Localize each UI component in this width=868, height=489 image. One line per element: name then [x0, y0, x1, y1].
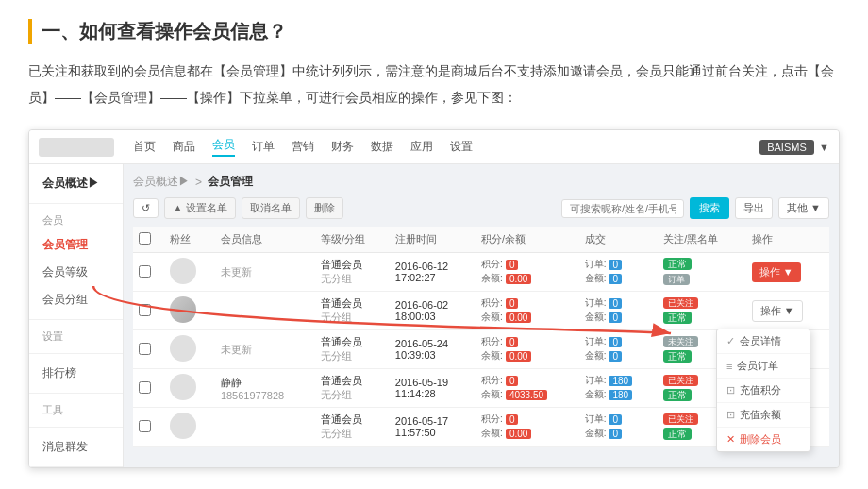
order-amount-row: 金额: 0	[585, 272, 653, 285]
cell-checkbox	[133, 369, 164, 408]
col-score-balance: 积分/余额	[476, 227, 579, 253]
export-button[interactable]: 导出	[735, 197, 773, 219]
check-icon: ✓	[726, 335, 735, 347]
sidebar-section-message: 消息群发	[29, 428, 123, 467]
reg-date: 2016-05-19	[395, 377, 470, 388]
amount-value: 0	[609, 312, 622, 323]
breadcrumb-current: 会员管理	[208, 174, 253, 190]
score-label: 积分:	[481, 413, 503, 426]
search-input[interactable]	[561, 199, 684, 218]
cell-follow: 已关注 正常	[658, 292, 746, 330]
amount-label: 金额:	[585, 388, 607, 401]
member-name: 未更新	[221, 344, 252, 355]
nav-finance[interactable]: 财务	[331, 139, 354, 155]
nav-items: 首页 商品 会员 订单 营销 财务 数据 应用 设置	[133, 137, 473, 157]
cell-score: 积分: 0 余额: 0.00	[476, 292, 579, 330]
nav-order[interactable]: 订单	[252, 139, 275, 155]
cell-score: 积分: 0 余额: 0.00	[476, 330, 579, 369]
reg-date: 2016-05-24	[395, 338, 470, 349]
member-name: 静静	[221, 376, 309, 390]
baisms-label[interactable]: BAISMS	[760, 140, 814, 155]
member-phone: 18561977828	[221, 390, 309, 401]
dropdown-item-recharge-score[interactable]: ⊡ 充值积分	[717, 379, 810, 403]
select-all-checkbox[interactable]	[139, 232, 151, 244]
row-checkbox[interactable]	[139, 304, 151, 316]
sidebar-section-tools: 工具	[29, 394, 123, 428]
cancel-list-button[interactable]: 取消名单	[242, 197, 300, 219]
cell-score: 积分: 0 余额: 4033.50	[476, 369, 579, 408]
top-nav: 首页 商品 会员 订单 营销 财务 数据 应用 设置 BAISMS ▼	[29, 130, 839, 164]
refresh-button[interactable]: ↺	[133, 198, 159, 218]
sidebar-item-member-group[interactable]: 会员分组	[29, 286, 123, 313]
reg-clock: 11:14:28	[395, 388, 470, 399]
row-checkbox[interactable]	[139, 343, 151, 355]
col-follow: 关注/黑名单	[658, 227, 746, 253]
amount-value: 0	[609, 429, 622, 439]
level-text: 普通会员	[321, 374, 384, 388]
order-label: 订单:	[585, 413, 607, 426]
score-label: 积分:	[481, 296, 503, 310]
nav-marketing[interactable]: 营销	[292, 139, 314, 155]
cell-avatar	[164, 330, 214, 369]
cell-level: 普通会员 无分组	[315, 408, 390, 447]
row-checkbox[interactable]	[139, 265, 151, 278]
group-text: 无分组	[321, 388, 384, 402]
search-button[interactable]: 搜索	[690, 197, 729, 219]
score-value: 0	[506, 376, 519, 386]
cell-checkbox	[133, 292, 164, 330]
dropdown-item-member-detail[interactable]: ✓ 会员详情	[717, 329, 810, 354]
add-button[interactable]: 删除	[306, 197, 343, 219]
set-list-button[interactable]: ▲ 设置名单	[164, 197, 236, 219]
page-title: 一、如何查看操作会员信息？	[28, 19, 840, 44]
cell-avatar	[164, 253, 214, 292]
score-value: 0	[506, 260, 519, 270]
sidebar-item-member-level[interactable]: 会员等级	[29, 259, 123, 286]
row-checkbox[interactable]	[139, 381, 151, 394]
status-badge: 正常	[663, 389, 692, 401]
cell-score: 积分: 0 余额: 0.00	[476, 253, 579, 292]
dropdown-item-label: 会员订单	[737, 359, 778, 373]
follow-status: 已关注	[663, 296, 741, 310]
nav-app[interactable]: 应用	[410, 139, 433, 155]
dropdown-item-delete-member[interactable]: ✕ 删除会员	[717, 428, 810, 451]
order-count-row: 订单: 0	[585, 296, 653, 310]
sidebar-item-rank[interactable]: 排行榜	[29, 360, 123, 387]
sidebar-item-overview[interactable]: 会员概述▶	[29, 170, 123, 197]
sidebar-label-member: 会员	[29, 210, 123, 231]
col-member-info: 会员信息	[215, 227, 315, 253]
status-badge: 正常	[663, 312, 692, 324]
breadcrumb-parent[interactable]: 会员概述▶	[133, 174, 190, 190]
dropdown-item-recharge-balance[interactable]: ⊡ 充值余额	[717, 403, 810, 428]
col-checkbox	[133, 227, 164, 253]
row-checkbox[interactable]	[139, 420, 151, 432]
operate-button[interactable]: 操作 ▼	[752, 300, 803, 322]
nav-member[interactable]: 会员	[212, 137, 235, 157]
content-area: 会员概述▶ 会员 会员管理 会员等级 会员分组 设置 排行榜 工具 消息群发	[29, 164, 839, 467]
operate-button-active[interactable]: 操作 ▼	[752, 262, 801, 282]
cell-checkbox	[133, 330, 164, 369]
dropdown-item-member-order[interactable]: ≡ 会员订单	[717, 354, 810, 379]
cell-regtime: 2016-05-24 10:39:03	[390, 330, 476, 369]
page-description: 已关注和获取到的会员信息都在【会员管理】中统计列列示，需注意的是商城后台不支持添…	[28, 58, 840, 110]
sidebar-label-tools: 工具	[29, 399, 123, 421]
cell-member-info: 未更新	[215, 253, 315, 292]
follow-tag: 订单	[663, 273, 741, 286]
sidebar-item-member-management[interactable]: 会员管理	[29, 231, 123, 259]
other-button[interactable]: 其他 ▼	[778, 197, 829, 219]
nav-home[interactable]: 首页	[133, 139, 156, 155]
reg-clock: 17:02:27	[395, 272, 470, 283]
member-name: 未更新	[221, 266, 252, 278]
sidebar-item-message[interactable]: 消息群发	[29, 433, 123, 461]
cell-regtime: 2016-05-19 11:14:28	[390, 369, 476, 408]
amount-label: 金额:	[585, 272, 607, 285]
nav-settings[interactable]: 设置	[450, 139, 473, 155]
nav-goods[interactable]: 商品	[173, 139, 195, 155]
amount-label: 金额:	[585, 427, 607, 440]
recharge-score-icon: ⊡	[726, 384, 735, 396]
score-row: 积分: 0	[481, 296, 574, 310]
score-value: 0	[506, 337, 519, 347]
sidebar-section-rank: 排行榜	[29, 354, 123, 394]
nav-data[interactable]: 数据	[371, 139, 393, 155]
cell-checkbox	[133, 253, 164, 292]
sidebar-section-settings: 设置	[29, 320, 123, 354]
